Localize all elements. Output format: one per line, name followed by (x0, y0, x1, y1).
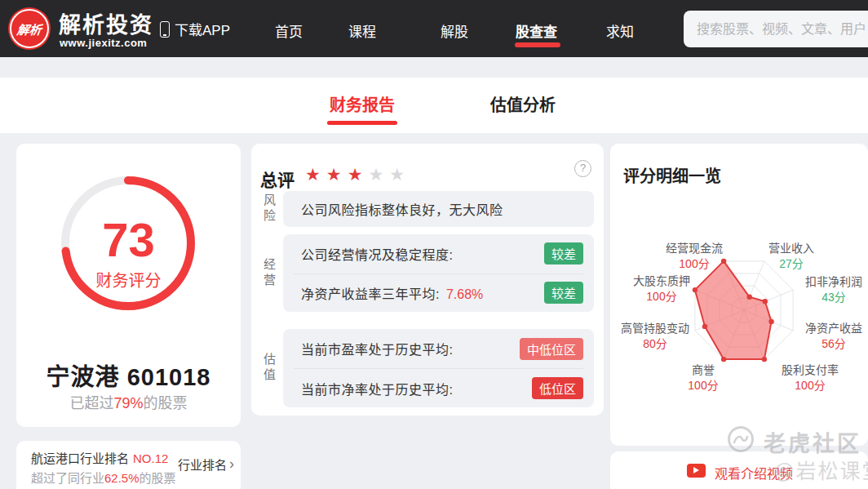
finance-score-value: 73 (16, 216, 241, 265)
download-app-button[interactable]: 下载APP (160, 19, 230, 39)
tab-valuation-analysis[interactable]: 估值分析 (474, 92, 572, 116)
section-label-3: 估值 (260, 353, 277, 384)
section-label-1: 风险 (260, 193, 277, 224)
industry-rank-line: 航运港口行业排名NO.12 (31, 449, 168, 466)
summary-row: 公司风险指标整体良好，无大风险 (294, 191, 583, 227)
beat-percent-line: 已超过79%的股票 (16, 391, 241, 412)
brand-logo-icon: 解析 (10, 9, 49, 48)
brand-url: www.jiexitz.com (60, 37, 147, 49)
industry-rank-value: NO.12 (133, 451, 168, 465)
summary-row-text: 公司风险指标整体良好，无大风险 (301, 203, 503, 217)
radar-indicator-score: 100分 (633, 289, 690, 305)
tab-valuation-analysis-label: 估值分析 (490, 96, 556, 114)
radar-indicator-score: 56分 (805, 336, 862, 352)
tab-strip: 财务报告 估值分析 (0, 78, 868, 133)
summary-row-text: 净资产收益率三年平均: (301, 287, 440, 301)
radar-indicator-label: 商誉100分 (688, 362, 718, 393)
radar-indicator-label: 扣非净利润43分 (805, 274, 862, 305)
status-badge: 低位区 (532, 377, 583, 399)
summary-row-text: 公司经营情况及稳定程度: (301, 248, 453, 262)
summary-row-value: 7.68% (446, 287, 483, 301)
top-navbar: 解析 解析投资 www.jiexitz.com 下载APP 首页课程解股股查查求… (0, 0, 868, 57)
phone-icon (160, 21, 170, 38)
radar-indicator-name: 扣非净利润 (805, 274, 862, 290)
tab-financial-report-label: 财务报告 (330, 96, 395, 114)
radar-indicator-name: 大股东质押 (633, 273, 690, 289)
download-app-label: 下载APP (175, 19, 230, 39)
radar-indicator-label: 股利支付率100分 (782, 362, 839, 393)
radar-indicator-score: 27分 (768, 256, 814, 272)
industry-rank-card: 航运港口行业排名NO.12 超过了同行业62.5%的股票 行业排名 › (16, 441, 241, 489)
radar-indicator-label: 净资产收益56分 (805, 321, 862, 352)
intro-video-label: 观看介绍视频 (715, 463, 793, 482)
industry-beat-line: 超过了同行业62.5%的股票 (31, 469, 176, 486)
star-rating: ★★★★★ (305, 163, 405, 186)
industry-rank-link-label: 行业排名 (178, 456, 227, 473)
summary-title: 总评 (260, 167, 294, 191)
nav-item-4[interactable]: 股查查 (516, 20, 557, 41)
nav-item-3[interactable]: 解股 (441, 20, 468, 41)
overall-summary-card: 总评 ★★★★★ ? 风险公司风险指标整体良好，无大风险经营公司经营情况及稳定程… (251, 144, 604, 416)
active-tab-underline (327, 121, 397, 125)
section-box-1: 公司风险指标整体良好，无大风险 (283, 191, 594, 227)
summary-row: 净资产收益率三年平均:7.68%较差 (294, 273, 583, 313)
radar-indicator-name: 股利支付率 (782, 362, 839, 378)
section-box-3: 当前市盈率处于历史平均:中低位区当前市净率处于历史平均:低位区 (283, 329, 594, 407)
stock-title: 宁波港 601018 (16, 358, 241, 392)
radar-indicator-score: 100分 (782, 378, 839, 393)
industry-rank-link[interactable]: 行业排名 › (178, 456, 234, 473)
star-icon: ★ (348, 163, 363, 186)
radar-indicator-score: 100分 (688, 378, 718, 393)
tab-financial-report[interactable]: 财务报告 (313, 92, 411, 116)
radar-indicator-name: 营业收入 (768, 241, 814, 256)
section-label-2: 经营 (260, 258, 277, 289)
radar-indicator-label: 营业收入27分 (768, 241, 814, 272)
finance-score-label: 财务评分 (16, 268, 241, 291)
radar-indicator-name: 商誉 (688, 362, 718, 378)
status-badge: 较差 (544, 282, 583, 304)
score-detail-card: 评分明细一览 经营现金流100分营业收入27分扣非净利润43分净资产收益56分股… (610, 144, 868, 446)
radar-indicator-name: 净资产收益 (805, 321, 862, 336)
industry-beat-value: 62.5% (104, 471, 140, 485)
summary-row: 公司经营情况及稳定程度:较差 (294, 234, 583, 273)
radar-indicator-label: 大股东质押100分 (633, 273, 690, 305)
radar-indicator-score: 43分 (805, 290, 862, 305)
radar-indicator-score: 100分 (666, 256, 723, 272)
summary-row-text: 当前市盈率处于历史平均: (301, 343, 453, 357)
section-box-2: 公司经营情况及稳定程度:较差净资产收益率三年平均:7.68%较差 (283, 234, 594, 312)
star-icon: ★ (389, 163, 405, 186)
help-icon[interactable]: ? (574, 160, 591, 177)
summary-row: 当前市净率处于历史平均:低位区 (294, 368, 583, 407)
nav-item-1[interactable]: 首页 (275, 20, 303, 41)
score-card: 73 财务评分 宁波港 601018 已超过79%的股票 (16, 144, 241, 427)
star-icon: ★ (326, 163, 342, 186)
brand-title: 解析投资 (59, 7, 153, 39)
radar-indicator-name: 经营现金流 (666, 241, 723, 256)
radar-indicator-label: 高管持股变动80分 (621, 321, 689, 352)
radar-indicator-score: 80分 (621, 336, 689, 352)
star-icon: ★ (305, 163, 321, 186)
search-box (684, 11, 868, 47)
beat-percent-value: 79% (113, 395, 143, 411)
summary-row: 当前市盈率处于历史平均:中低位区 (294, 329, 583, 368)
chevron-right-icon: › (229, 458, 234, 470)
nav-item-5[interactable]: 求知 (606, 20, 634, 41)
radar-indicator-name: 高管持股变动 (621, 321, 689, 336)
summary-row-text: 当前市净率处于历史平均: (301, 383, 453, 397)
status-badge: 较差 (544, 242, 583, 265)
nav-active-underline (515, 42, 560, 47)
radar-indicator-label: 经营现金流100分 (666, 241, 723, 272)
intro-video-card[interactable]: 观看介绍视频 (610, 451, 868, 489)
play-video-icon (687, 464, 706, 478)
star-icon: ★ (368, 163, 383, 186)
status-badge: 中低位区 (520, 338, 583, 360)
nav-item-2[interactable]: 课程 (348, 20, 376, 41)
search-input[interactable] (684, 11, 868, 47)
